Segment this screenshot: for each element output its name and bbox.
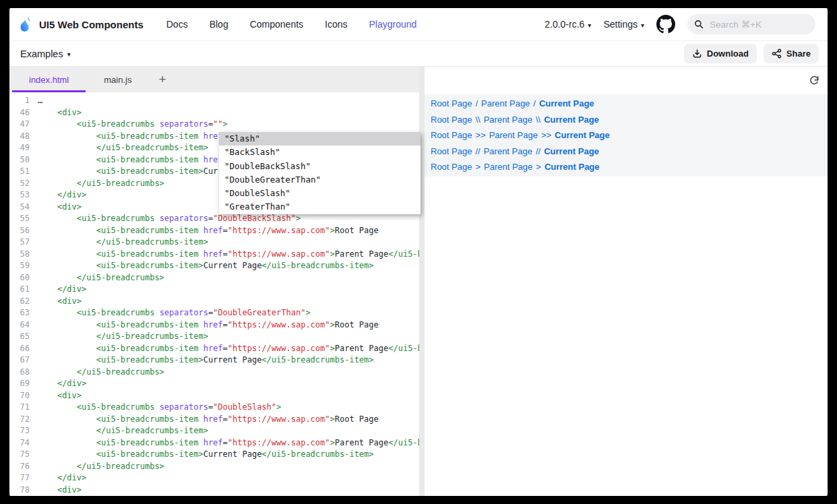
settings-dropdown[interactable]: Settings ▾ — [603, 19, 644, 30]
code-line[interactable]: 67 <ui5-breadcrumbs-item>Current Page</u… — [9, 354, 419, 367]
autocomplete-option[interactable]: "GreaterThan" — [219, 200, 421, 214]
breadcrumb-link-parent[interactable]: Parent Page — [481, 98, 530, 108]
code-line[interactable]: 71 <ui5-breadcrumbs separators="DoubleSl… — [9, 402, 419, 414]
nav-link-docs[interactable]: Docs — [166, 19, 188, 30]
pane-divider[interactable] — [419, 67, 425, 496]
code-text: <ui5-breadcrumbs-item>Current Page</ui5-… — [38, 260, 374, 272]
app: UI5 Web Components DocsBlogComponentsIco… — [9, 8, 828, 496]
breadcrumb-row: Root Page//Parent Page//Current Page — [425, 144, 828, 160]
code-line[interactable]: 74 <ui5-breadcrumbs-item href="https://w… — [9, 437, 419, 449]
code-text: <ui5-breadcrumbs-item>Current Page</ui5-… — [38, 354, 374, 367]
breadcrumb-link-root[interactable]: Root Page — [431, 162, 472, 172]
code-line[interactable]: 46 <div> — [9, 107, 419, 119]
code-line[interactable]: 75 <ui5-breadcrumbs-item>Current Page</u… — [9, 449, 419, 461]
code-line[interactable]: 68 </ui5-breadcrumbs> — [9, 367, 419, 379]
breadcrumb-link-root[interactable]: Root Page — [431, 98, 472, 108]
nav-link-blog[interactable]: Blog — [210, 19, 228, 30]
breadcrumbs-demo-panel: Root Page/Parent Page/Current PageRoot P… — [425, 94, 828, 177]
code-line[interactable]: 60 </ui5-breadcrumbs> — [9, 272, 419, 284]
code-text: <ui5-breadcrumbs separators="DoubleSlash… — [38, 402, 281, 414]
breadcrumb-link-parent[interactable]: Parent Page — [489, 130, 538, 140]
breadcrumb-link-parent[interactable]: Parent Page — [484, 162, 532, 172]
editor-tabbar: index.htmlmain.js+ — [9, 67, 419, 92]
code-line[interactable]: 55 <ui5-breadcrumbs separators="DoubleBa… — [9, 213, 419, 225]
code-line[interactable]: 77 </div> — [9, 472, 419, 484]
breadcrumb-separator: \\ — [536, 115, 540, 125]
code-editor-pane: index.htmlmain.js+ 1…46 <div>47 <ui5-bre… — [9, 67, 419, 496]
breadcrumb-separator: // — [536, 146, 540, 156]
nav-link-icons[interactable]: Icons — [325, 19, 347, 30]
breadcrumb-current-page: Current Page — [545, 162, 600, 172]
code-line[interactable]: 59 <ui5-breadcrumbs-item>Current Page</u… — [9, 260, 419, 272]
line-number: 47 — [9, 119, 30, 131]
code-text: <div> — [38, 296, 82, 308]
code-line[interactable]: 72 <ui5-breadcrumbs-item href="https://w… — [9, 414, 419, 426]
breadcrumb-separator: >> — [475, 130, 485, 140]
editor-tab-main.js[interactable]: main.js — [86, 67, 149, 92]
download-label: Download — [707, 49, 749, 59]
add-tab-button[interactable]: + — [149, 67, 175, 92]
breadcrumb-link-root[interactable]: Root Page — [431, 146, 472, 156]
download-icon — [692, 49, 702, 59]
breadcrumb-link-root[interactable]: Root Page — [431, 115, 472, 125]
code-text: </div> — [38, 284, 86, 296]
code-line[interactable]: 70 <div> — [9, 390, 419, 402]
github-icon[interactable] — [656, 15, 675, 34]
code-line[interactable]: 69 </div> — [9, 378, 419, 390]
code-line[interactable]: 65 </ui5-breadcrumbs-item> — [9, 331, 419, 343]
line-number: 49 — [9, 142, 30, 154]
code-line[interactable]: 57 </ui5-breadcrumbs-item> — [9, 237, 419, 249]
autocomplete-option[interactable]: "BackSlash" — [219, 146, 421, 159]
code-line[interactable]: 76 </ui5-breadcrumbs> — [9, 461, 419, 473]
code-line[interactable]: 61 </div> — [9, 284, 419, 296]
chevron-down-icon: ▾ — [588, 22, 591, 29]
refresh-icon[interactable] — [809, 75, 820, 86]
code-text: </div> — [38, 378, 86, 390]
code-line[interactable]: 58 <ui5-breadcrumbs-item href="https://w… — [9, 249, 419, 261]
code-line[interactable]: 63 <ui5-breadcrumbs separators="DoubleGr… — [9, 307, 419, 319]
code-text: <ui5-breadcrumbs-item href="https://www.… — [38, 414, 379, 426]
code-line[interactable]: 62 <div> — [9, 296, 419, 308]
breadcrumb-link-parent[interactable]: Parent Page — [484, 146, 532, 156]
code-line[interactable]: 47 <ui5-breadcrumbs separators=""> — [9, 119, 419, 131]
code-line[interactable]: 64 <ui5-breadcrumbs-item href="https://w… — [9, 319, 419, 332]
code-text: <ui5-breadcrumbs-item href="https://www.… — [38, 343, 419, 355]
ui5-flame-logo-icon — [18, 15, 34, 33]
autocomplete-option[interactable]: "DoubleGreaterThan" — [219, 173, 421, 187]
line-number: 76 — [9, 461, 30, 473]
code-line[interactable]: 66 <ui5-breadcrumbs-item href="https://w… — [9, 343, 419, 355]
editor-tab-index.html[interactable]: index.html — [11, 67, 86, 92]
line-number: 48 — [9, 131, 30, 143]
version-label: 2.0.0-rc.6 — [545, 19, 584, 30]
line-number: 58 — [9, 249, 30, 261]
code-line[interactable]: 1… — [9, 95, 419, 107]
search-input[interactable] — [708, 19, 809, 30]
code-text: </ui5-breadcrumbs> — [38, 272, 164, 284]
line-number: 59 — [9, 260, 30, 272]
line-number: 69 — [9, 378, 30, 390]
share-button[interactable]: Share — [764, 44, 819, 63]
breadcrumb-link-root[interactable]: Root Page — [431, 130, 472, 140]
line-number: 50 — [9, 154, 30, 166]
code-line[interactable]: 73 </ui5-breadcrumbs-item> — [9, 425, 419, 437]
breadcrumb-link-parent[interactable]: Parent Page — [484, 115, 532, 125]
autocomplete-option[interactable]: "Slash" — [219, 132, 421, 146]
line-number: 73 — [9, 425, 30, 437]
line-number: 46 — [9, 107, 30, 119]
line-number: 54 — [9, 201, 30, 214]
line-number: 72 — [9, 414, 30, 426]
download-button[interactable]: Download — [684, 44, 757, 63]
code-line[interactable]: 78 <div> — [9, 484, 419, 497]
version-dropdown[interactable]: 2.0.0-rc.6 ▾ — [545, 19, 591, 30]
breadcrumb-separator: / — [533, 98, 536, 108]
examples-dropdown[interactable]: Examples ▾ — [20, 49, 71, 59]
autocomplete-option[interactable]: "DoubleBackSlash" — [219, 160, 421, 173]
brand-title: UI5 Web Components — [39, 19, 144, 30]
nav-link-components[interactable]: Components — [250, 19, 303, 30]
autocomplete-option[interactable]: "DoubleSlash" — [219, 187, 421, 200]
navbar-right: 2.0.0-rc.6 ▾ Settings ▾ — [545, 14, 815, 34]
code-line[interactable]: 56 <ui5-breadcrumbs-item href="https://w… — [9, 225, 419, 237]
search-box[interactable] — [687, 14, 815, 34]
code-text: <div> — [38, 107, 82, 119]
nav-link-playground[interactable]: Playground — [369, 19, 417, 30]
